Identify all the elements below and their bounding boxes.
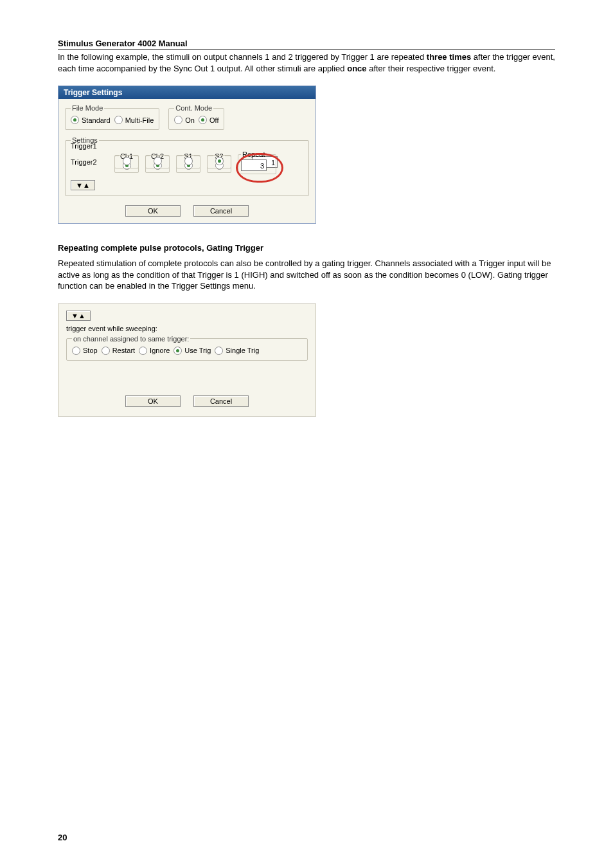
cont-mode-group: Cont. Mode On Off [168,104,224,130]
radio-icon [71,116,79,124]
repeat-group: Repeat 3 [238,150,276,174]
sweep-opt-singletrig[interactable]: Single Trig [215,347,259,355]
file-mode-standard[interactable]: Standard [71,116,111,124]
radio-icon [173,347,182,355]
repeat-legend: Repeat [241,150,266,158]
radio-icon [174,116,182,124]
sweep-opt-ignore[interactable]: Ignore [139,347,170,355]
intro-bold-2: once [347,64,366,73]
row2-ch2[interactable] [145,155,170,168]
settings-group: Settings Ch1 Ch2 S1 S2 [65,136,309,196]
sweep-opt-stop-label: Stop [83,347,98,354]
sweep-opt-ignore-label: Ignore [150,347,170,354]
row2-ch1[interactable] [114,155,139,168]
sweep-group-legend: on channel assigned to same trigger: [72,335,190,343]
radio-icon [114,116,123,124]
file-mode-legend: File Mode [71,104,104,112]
row2-label: Trigger2 [71,158,109,166]
expand-collapse-button[interactable]: ▼▲ [71,180,95,190]
ok-button[interactable]: OK [125,205,181,217]
sweep-label: trigger event while sweeping: [66,325,308,332]
sweep-dialog: ▼▲ trigger event while sweeping: on chan… [58,303,316,417]
sweep-group: on channel assigned to same trigger: Sto… [66,335,308,361]
cont-mode-on-label: On [185,116,195,124]
file-mode-multifile-label: Multi-File [125,116,154,124]
row1-label: Trigger1 [71,142,109,150]
intro-paragraph: In the following example, the stimuli on… [58,51,555,74]
file-mode-standard-label: Standard [82,116,111,124]
intro-post: after their respective trigger event. [367,64,496,73]
file-mode-group: File Mode Standard Multi-File [65,104,159,130]
intro-pre: In the following example, the stimuli on… [58,52,427,62]
radio-icon [184,157,193,165]
row2-s1[interactable] [176,155,200,168]
cancel-button[interactable]: Cancel [193,205,249,217]
sweep-opt-usetrig[interactable]: Use Trig [173,347,211,355]
radio-icon [102,347,110,355]
radio-icon [139,347,147,355]
trigger-settings-dialog: Trigger Settings File Mode Standard Mult… [58,86,316,224]
intro-bold-1: three times [427,52,471,62]
ok-button[interactable]: OK [125,395,181,407]
repeat-input-row1[interactable]: 3 [241,159,267,171]
page-number: 20 [58,833,67,842]
dialog-titlebar: Trigger Settings [58,86,315,99]
sweep-opt-restart-label: Restart [112,347,135,354]
radio-icon [154,157,162,165]
cancel-button[interactable]: Cancel [193,395,249,407]
sweep-opt-restart[interactable]: Restart [102,347,135,355]
sweep-opt-usetrig-label: Use Trig [184,347,211,354]
expand-collapse-button[interactable]: ▼▲ [66,311,91,321]
radio-icon [199,116,207,124]
radio-icon [123,157,131,165]
section-para-gating: Repeated stimulation of complete protoco… [58,258,555,292]
radio-icon [215,347,223,355]
row2-s2[interactable] [207,155,231,168]
sweep-opt-singletrig-label: Single Trig [226,347,259,354]
cont-mode-legend: Cont. Mode [174,104,213,112]
section-heading-gating: Repeating complete pulse protocols, Gati… [58,243,555,253]
cont-mode-off[interactable]: Off [199,116,218,124]
radio-icon [72,347,80,355]
file-mode-multifile[interactable]: Multi-File [114,116,154,124]
sweep-opt-stop[interactable]: Stop [72,347,98,355]
cont-mode-on[interactable]: On [174,116,195,124]
cont-mode-off-label: Off [209,116,218,124]
radio-icon [215,157,224,165]
doc-header-title: Stimulus Generator 4002 Manual [58,39,555,50]
